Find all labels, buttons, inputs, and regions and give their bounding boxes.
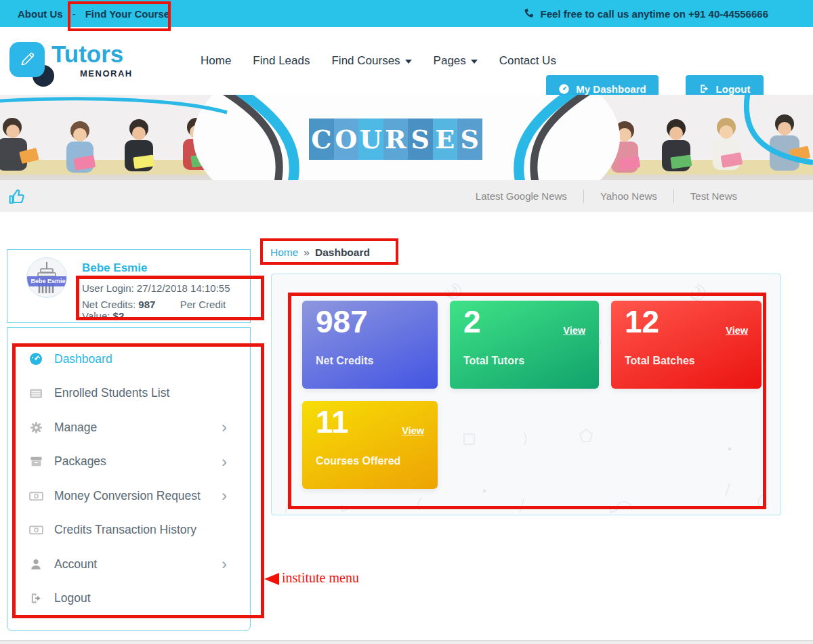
breadcrumb-separator: »	[304, 246, 310, 259]
menu-item-enrolled-students[interactable]: Enrolled Students List	[7, 377, 250, 411]
avatar[interactable]: Bebe Esmie	[26, 257, 67, 298]
menu-item-packages[interactable]: Packages ›	[7, 445, 250, 479]
view-batches-link[interactable]: View	[726, 325, 748, 336]
money-bill-icon	[28, 523, 44, 537]
courses-offered-card: 11 View Courses Offered	[302, 401, 438, 489]
main-nav: Home Find Leads Find Courses Pages Conta…	[201, 27, 556, 95]
banner-letter: U	[358, 119, 383, 160]
thumbs-up-icon[interactable]	[8, 188, 26, 205]
news-link-google[interactable]: Latest Google News	[459, 190, 583, 202]
user-info-panel: Bebe Esmie Bebe Esmie User Login: 27/12/…	[7, 249, 251, 323]
dashboard-panel: 987 Net Credits 2 View Total Tutors 12 V…	[271, 274, 781, 515]
menu-item-credits-history[interactable]: Credits Transaction History	[7, 513, 250, 548]
news-bar: Latest Google News Yahoo News Test News	[0, 180, 813, 212]
logout-icon	[699, 83, 710, 94]
card-value: 12	[625, 303, 659, 340]
logo-subtitle: MENORAH	[80, 68, 133, 79]
card-label: Total Tutors	[463, 355, 524, 367]
banner-letter: O	[334, 119, 359, 160]
phone-callout: Feel free to call us anytime on +91 40-4…	[523, 8, 768, 20]
nav-pages[interactable]: Pages	[434, 54, 478, 68]
banner-letter: E	[433, 119, 458, 160]
menu-item-dashboard[interactable]: Dashboard	[7, 342, 250, 377]
caret-down-icon	[405, 60, 412, 64]
card-label: Total Batches	[625, 355, 695, 367]
user-icon	[28, 558, 44, 570]
card-label: Courses Offered	[316, 455, 400, 467]
nav-home[interactable]: Home	[201, 54, 231, 68]
chevron-right-icon: ›	[222, 454, 227, 470]
archive-box-icon	[28, 455, 44, 468]
nav-find-leads[interactable]: Find Leads	[253, 54, 310, 68]
card-value: 987	[316, 303, 368, 340]
logout-icon	[28, 592, 44, 605]
banner-letter: S	[408, 119, 433, 160]
banner-letter: C	[309, 119, 334, 160]
avatar-name-ribbon: Bebe Esmie	[26, 276, 67, 286]
topbar-separator: -	[72, 8, 76, 20]
chevron-right-icon: ›	[222, 556, 227, 572]
card-value: 11	[316, 404, 349, 440]
banner-letter: S	[457, 119, 482, 160]
news-link-test[interactable]: Test News	[674, 190, 753, 202]
dashboard-gauge-icon	[558, 83, 570, 95]
menu-item-account[interactable]: Account ›	[7, 547, 250, 582]
chevron-right-icon: ›	[222, 488, 227, 504]
card-value: 2	[463, 303, 481, 340]
logo-title: Tutors	[51, 41, 123, 68]
top-utility-bar: About Us - Find Your Course Feel free to…	[0, 0, 813, 27]
nav-contact-us[interactable]: Contact Us	[499, 54, 556, 68]
money-bill-icon	[28, 489, 44, 503]
news-link-yahoo[interactable]: Yahoo News	[584, 190, 673, 202]
net-credits-card: 987 Net Credits	[302, 301, 438, 389]
logo-pencil-icon	[9, 42, 45, 77]
news-links: Latest Google News Yahoo News Test News	[459, 190, 753, 203]
hero-banner: C O U R S E S	[0, 95, 813, 180]
gear-icon	[28, 421, 44, 434]
net-credits-value: 987	[138, 299, 155, 310]
list-icon	[28, 387, 44, 400]
banner-title: C O U R S E S	[309, 119, 482, 160]
annotation-arrow-left-icon	[264, 573, 279, 585]
user-login-time: User Login: 27/12/2018 14:10:55	[82, 282, 230, 294]
view-tutors-link[interactable]: View	[563, 325, 585, 336]
total-batches-card: 12 View Total Batches	[611, 301, 762, 389]
breadcrumb-home-link[interactable]: Home	[270, 246, 298, 259]
breadcrumb: Home » Dashboard	[270, 246, 370, 259]
total-tutors-card: 2 View Total Tutors	[450, 301, 599, 389]
menu-item-money-conversion[interactable]: Money Conversion Request ›	[7, 479, 250, 513]
site-logo[interactable]: Tutors MENORAH	[8, 35, 157, 88]
institute-menu: Dashboard Enrolled Students List Manage …	[7, 327, 251, 631]
per-credit-value: $2	[113, 310, 125, 322]
caret-down-icon	[471, 60, 478, 64]
page: About Us - Find Your Course Feel free to…	[0, 0, 813, 644]
nav-find-courses[interactable]: Find Courses	[331, 54, 411, 68]
find-your-course-link[interactable]: Find Your Course	[85, 8, 169, 20]
view-courses-link[interactable]: View	[402, 425, 424, 436]
phone-text: Feel free to call us anytime on +91 40-4…	[541, 8, 768, 20]
dashboard-gauge-icon	[28, 352, 44, 366]
footer-top-strip	[0, 640, 813, 644]
menu-item-logout[interactable]: Logout	[7, 582, 250, 616]
phone-icon	[523, 8, 535, 20]
user-name[interactable]: Bebe Esmie	[82, 261, 147, 275]
chevron-right-icon: ›	[222, 419, 227, 435]
site-header: Tutors MENORAH Home Find Leads Find Cour…	[0, 27, 813, 95]
annotation-institute-menu-label: institute menu	[282, 570, 359, 586]
banner-letter: R	[383, 119, 409, 160]
breadcrumb-current: Dashboard	[315, 246, 370, 259]
menu-item-manage[interactable]: Manage ›	[7, 410, 250, 445]
user-credit-info: Net Credits: 987 Per Credit Value: $2	[82, 299, 250, 322]
about-us-link[interactable]: About Us	[18, 8, 63, 20]
card-label: Net Credits	[316, 355, 373, 367]
